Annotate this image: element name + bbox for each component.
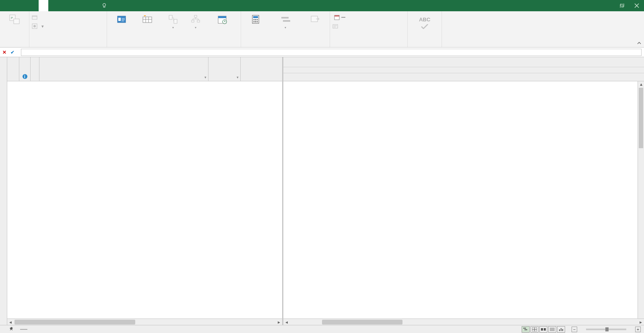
view-team-planner-button[interactable]	[539, 326, 547, 333]
check-icon	[421, 24, 429, 29]
menu-project[interactable]	[39, 0, 48, 11]
move-icon	[310, 14, 320, 24]
svg-rect-11	[143, 17, 152, 23]
window-close-button[interactable]	[630, 0, 644, 11]
collapse-ribbon-button[interactable]	[637, 41, 642, 46]
svg-rect-15	[192, 20, 194, 22]
project-info-button[interactable]	[109, 13, 134, 29]
set-baseline-button[interactable]: ▾	[269, 13, 301, 29]
cancel-entry-button[interactable]: ✕	[2, 50, 6, 55]
table-hscroll[interactable]: ◂▸	[7, 319, 282, 325]
restore-icon	[620, 4, 625, 8]
svg-point-27	[257, 21, 258, 23]
store-icon	[32, 14, 37, 20]
get-addins-button[interactable]	[32, 14, 39, 20]
svg-rect-40	[544, 328, 546, 331]
zoom-slider[interactable]	[586, 329, 626, 330]
svg-rect-12	[169, 15, 172, 19]
view-bar[interactable]	[0, 57, 7, 325]
view-resource-sheet-button[interactable]	[548, 326, 556, 333]
my-addins-button[interactable]: ▾	[32, 23, 44, 29]
menu-view[interactable]	[48, 0, 58, 11]
timeline-days	[283, 73, 644, 81]
table-header: i ▾ ▾	[7, 57, 282, 81]
svg-text:i: i	[24, 74, 25, 79]
svg-rect-10	[118, 18, 121, 21]
col-task-name[interactable]: ▾	[39, 57, 208, 81]
svg-point-23	[255, 19, 256, 21]
custom-fields-button[interactable]	[135, 13, 159, 29]
change-working-time-button[interactable]	[206, 13, 238, 29]
menu-task[interactable]	[10, 0, 19, 11]
ribbon: P ▾ ▾ ▾ ▾	[0, 11, 644, 48]
svg-point-24	[257, 19, 258, 21]
svg-point-0	[103, 4, 106, 6]
status-date-value[interactable]	[341, 17, 345, 18]
accept-entry-button[interactable]: ✔	[10, 50, 14, 55]
timeline-header	[283, 57, 644, 81]
gantt-hscroll[interactable]: ◂▸	[283, 319, 644, 325]
view-task-usage-button[interactable]	[530, 326, 539, 333]
menu-bar	[0, 0, 644, 11]
col-mode[interactable]	[31, 57, 39, 81]
svg-rect-16	[197, 20, 200, 22]
pin-icon	[10, 327, 14, 331]
svg-point-25	[254, 21, 255, 23]
svg-rect-14	[194, 15, 197, 17]
spelling-button[interactable]: ABC	[410, 13, 439, 29]
zoom-out-button[interactable]: −	[572, 327, 577, 332]
svg-rect-29	[283, 20, 290, 22]
calculate-project-button[interactable]	[244, 13, 268, 29]
chevron-up-icon	[637, 41, 642, 46]
svg-rect-33	[333, 25, 338, 28]
subproject-button[interactable]: P	[2, 13, 27, 26]
entry-bar: ✕ ✔	[0, 48, 644, 57]
baseline-icon	[281, 14, 290, 24]
svg-rect-43	[562, 329, 563, 331]
project-links-button[interactable]: ▾	[161, 13, 185, 29]
svg-rect-42	[561, 328, 561, 331]
svg-rect-41	[559, 329, 560, 331]
calculator-icon	[251, 14, 260, 24]
update-icon	[332, 23, 338, 29]
svg-point-8	[33, 25, 36, 27]
svg-rect-6	[32, 16, 37, 19]
col-duration[interactable]: ▾	[208, 57, 241, 81]
info-icon: i	[22, 74, 28, 79]
svg-rect-28	[281, 17, 289, 19]
wbs-button[interactable]: ▾	[187, 13, 204, 29]
gantt-bars[interactable]	[283, 81, 644, 319]
window-restore-button[interactable]	[615, 0, 630, 11]
menu-help[interactable]	[58, 0, 68, 11]
svg-point-22	[254, 19, 255, 21]
zoom-in-button[interactable]: +	[635, 327, 641, 332]
menu-resource[interactable]	[19, 0, 29, 11]
svg-rect-36	[523, 328, 526, 329]
addins-icon	[32, 23, 37, 29]
svg-point-26	[255, 21, 256, 23]
view-buttons	[522, 326, 565, 333]
entry-field[interactable]	[21, 49, 642, 56]
view-report-button[interactable]	[557, 326, 565, 333]
menu-format[interactable]	[84, 0, 93, 11]
task-table-pane: i ▾ ▾ ◂▸	[7, 57, 283, 325]
gantt-pane: ◂▸ ▴	[283, 57, 644, 325]
wbs-icon	[191, 14, 200, 24]
table-body[interactable]	[7, 81, 282, 319]
subproject-icon: P	[9, 14, 20, 25]
svg-text:P: P	[11, 16, 13, 20]
move-project-button[interactable]	[303, 13, 327, 29]
links-icon	[168, 14, 178, 24]
close-icon	[634, 3, 639, 8]
status-new-tasks	[10, 327, 14, 332]
acute3d-button[interactable]	[20, 329, 27, 330]
menu-file[interactable]	[0, 0, 10, 11]
status-date-row	[332, 14, 345, 20]
view-gantt-button[interactable]	[522, 326, 530, 333]
update-project-button[interactable]	[332, 23, 340, 29]
fields-icon	[142, 14, 153, 24]
timeline-months	[283, 67, 644, 73]
menu-report[interactable]	[29, 0, 39, 11]
gantt-vscroll[interactable]: ▴	[638, 81, 644, 319]
tell-me[interactable]	[101, 0, 109, 11]
